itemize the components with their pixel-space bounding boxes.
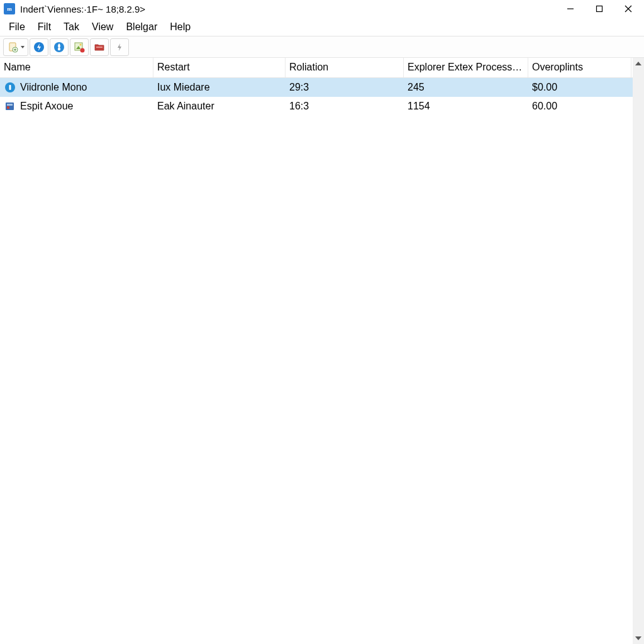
svg-rect-3: [597, 6, 602, 12]
maximize-button[interactable]: [585, 0, 614, 18]
cell-restart: Eak Ainauter: [153, 101, 286, 112]
window-title: Indert`Viennes:·1F~ 18;8.2.9>: [20, 4, 145, 14]
picture-badge-icon: [74, 42, 85, 53]
table-row[interactable]: Viidronle Mono Iux Miedare 29:3 245 $0.0…: [0, 78, 633, 97]
cell-over: $0.00: [528, 82, 631, 93]
menu-view[interactable]: View: [86, 19, 119, 35]
menu-blelgar[interactable]: Blelgar: [119, 19, 164, 35]
table-rows: Viidronle Mono Iux Miedare 29:3 245 $0.0…: [0, 78, 633, 644]
column-header-over[interactable]: Overoplints: [528, 58, 631, 77]
maximize-icon: [596, 5, 603, 13]
column-header-explorer[interactable]: Explorer Extex Process ;…: [404, 58, 528, 77]
action-button[interactable]: [110, 38, 129, 56]
close-button[interactable]: [614, 0, 643, 18]
cell-name-text: Viidronle Mono: [20, 82, 87, 93]
cell-name: Viidronle Mono: [0, 81, 153, 94]
svg-rect-22: [7, 106, 9, 109]
cell-name-text: Espit Axoue: [20, 101, 74, 112]
app-square-icon: [4, 100, 16, 113]
cell-restart: Iux Miedare: [153, 82, 286, 93]
minimize-icon: [567, 5, 574, 13]
cell-roliation: 16:3: [286, 101, 404, 112]
app-icon: m: [4, 3, 15, 14]
svg-rect-21: [7, 104, 13, 106]
dropdown-caret-icon: [21, 46, 25, 48]
cell-over: 60.00: [528, 101, 631, 112]
table-row[interactable]: Espit Axoue Eak Ainauter 16:3 1154 60.00: [0, 97, 633, 116]
column-header-roliation[interactable]: Roliation: [286, 58, 404, 77]
refresh-button[interactable]: [30, 38, 48, 56]
globe-button[interactable]: [50, 38, 69, 56]
menu-help[interactable]: Help: [164, 19, 197, 35]
svg-point-15: [80, 43, 82, 45]
cell-roliation: 29:3: [286, 82, 404, 93]
main-area: Name Restart Roliation Explorer Extex Pr…: [0, 58, 644, 644]
menu-tak[interactable]: Tak: [57, 19, 86, 35]
menubar: File Filt Tak View Blelgar Help: [0, 18, 644, 36]
table: Name Restart Roliation Explorer Extex Pr…: [0, 58, 633, 644]
chevron-down-icon: [635, 636, 641, 640]
menu-filt[interactable]: Filt: [31, 19, 57, 35]
flame-circle-icon: [53, 41, 65, 53]
window-controls: [556, 0, 643, 18]
titlebar: m Indert`Viennes:·1F~ 18;8.2.9>: [0, 0, 644, 18]
column-headers: Name Restart Roliation Explorer Extex Pr…: [0, 58, 633, 78]
vertical-scrollbar[interactable]: [633, 58, 644, 644]
document-plus-icon: [8, 42, 19, 53]
picture-button[interactable]: [70, 38, 89, 56]
scroll-down-button[interactable]: [633, 633, 644, 644]
cell-name: Espit Axoue: [0, 100, 153, 113]
svg-point-16: [80, 48, 85, 52]
svg-rect-17: [96, 47, 103, 48]
info-circle-icon: [4, 81, 16, 94]
chevron-up-icon: [635, 62, 641, 65]
new-document-button[interactable]: [3, 38, 28, 56]
close-icon: [625, 5, 632, 13]
column-header-restart[interactable]: Restart: [153, 58, 286, 77]
folder-red-icon: [94, 42, 105, 53]
menu-file[interactable]: File: [3, 19, 31, 35]
scroll-up-button[interactable]: [633, 58, 644, 69]
lightning-circle-icon: [33, 41, 45, 53]
cell-explorer: 1154: [404, 101, 528, 112]
svg-rect-19: [9, 85, 11, 90]
bolt-icon: [114, 42, 125, 52]
svg-rect-20: [6, 103, 14, 110]
column-header-name[interactable]: Name: [0, 58, 153, 77]
minimize-button[interactable]: [556, 0, 585, 18]
toolbar: [0, 36, 644, 58]
svg-point-12: [58, 47, 60, 50]
folder-button[interactable]: [90, 38, 109, 56]
svg-text:m: m: [7, 6, 12, 12]
cell-explorer: 245: [404, 82, 528, 93]
